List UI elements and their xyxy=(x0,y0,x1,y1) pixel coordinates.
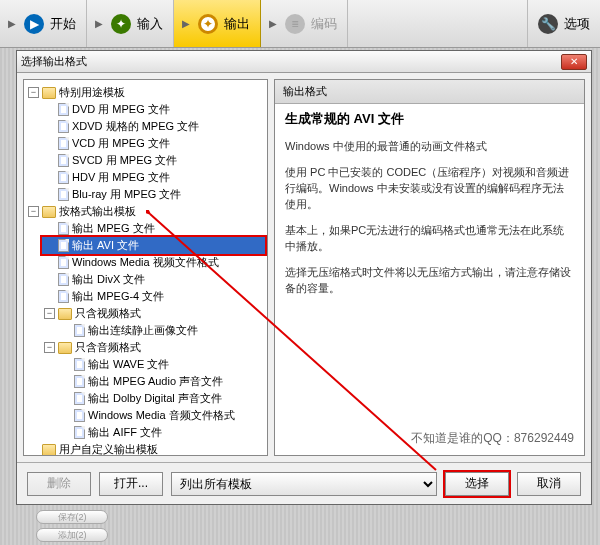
file-icon xyxy=(58,256,69,269)
tab-start-label: 开始 xyxy=(50,15,76,33)
file-icon xyxy=(74,392,85,405)
chevron-right-icon: ▶ xyxy=(182,18,190,29)
file-icon xyxy=(58,188,69,201)
tab-encode[interactable]: ▶ ≡ 编码 xyxy=(261,0,348,47)
open-button[interactable]: 打开... xyxy=(99,472,163,496)
tree-item-wmv[interactable]: Windows Media 视频文件格式 xyxy=(42,254,265,271)
output-format-dialog: 选择输出格式 ✕ −特别用途模板 DVD 用 MPEG 文件 XDVD 规格的 … xyxy=(16,50,592,505)
tree-item-vcd[interactable]: VCD 用 MPEG 文件 xyxy=(42,135,265,152)
bg-add-button: 添加(2) xyxy=(36,528,108,542)
file-icon xyxy=(58,290,69,303)
folder-icon xyxy=(58,342,72,354)
file-icon xyxy=(58,137,69,150)
folder-icon xyxy=(42,444,56,456)
input-icon: ✦ xyxy=(111,14,131,34)
tree-item-wave[interactable]: 输出 WAVE 文件 xyxy=(58,356,265,373)
tree-item-xdvd[interactable]: XDVD 规格的 MPEG 文件 xyxy=(42,118,265,135)
tree-group-byformat[interactable]: −按格式输出模板 xyxy=(26,203,265,220)
tab-encode-label: 编码 xyxy=(311,15,337,33)
tree-item-mpa[interactable]: 输出 MPEG Audio 声音文件 xyxy=(58,373,265,390)
file-icon xyxy=(58,273,69,286)
select-button[interactable]: 选择 xyxy=(445,472,509,496)
watermark-text: 不知道是谁的QQ：876292449 xyxy=(285,430,574,447)
cancel-button[interactable]: 取消 xyxy=(517,472,581,496)
dialog-titlebar: 选择输出格式 ✕ xyxy=(17,51,591,73)
file-icon xyxy=(74,324,85,337)
tree-group-audioonly[interactable]: −只含音频格式 xyxy=(42,339,265,356)
file-icon xyxy=(74,358,85,371)
tree-item-hdv[interactable]: HDV 用 MPEG 文件 xyxy=(42,169,265,186)
tree-item-still[interactable]: 输出连续静止画像文件 xyxy=(58,322,265,339)
info-line: 选择无压缩格式时文件将以无压缩方式输出，请注意存储设备的容量。 xyxy=(285,265,574,297)
tree-item-mpeg[interactable]: 输出 MPEG 文件 xyxy=(42,220,265,237)
template-tree[interactable]: −特别用途模板 DVD 用 MPEG 文件 XDVD 规格的 MPEG 文件 V… xyxy=(23,79,268,456)
folder-icon xyxy=(42,206,56,218)
tab-start[interactable]: ▶ ▶ 开始 xyxy=(0,0,87,47)
collapse-icon[interactable]: − xyxy=(28,87,39,98)
file-icon xyxy=(74,375,85,388)
delete-button[interactable]: 删除 xyxy=(27,472,91,496)
options-icon: 🔧 xyxy=(538,14,558,34)
chevron-right-icon: ▶ xyxy=(8,18,16,29)
tab-options[interactable]: 🔧 选项 xyxy=(527,0,600,47)
background-buttons: 保存(2) 添加(2) xyxy=(36,510,108,542)
dialog-title: 选择输出格式 xyxy=(21,54,561,69)
folder-icon xyxy=(58,308,72,320)
tab-options-label: 选项 xyxy=(564,15,590,33)
file-icon xyxy=(74,426,85,439)
encode-icon: ≡ xyxy=(285,14,305,34)
chevron-right-icon: ▶ xyxy=(95,18,103,29)
close-button[interactable]: ✕ xyxy=(561,54,587,70)
file-icon xyxy=(58,222,69,235)
info-panel: 输出格式 生成常规的 AVI 文件 Windows 中使用的最普通的动画文件格式… xyxy=(274,79,585,456)
tree-item-dolby[interactable]: 输出 Dolby Digital 声音文件 xyxy=(58,390,265,407)
info-title: 生成常规的 AVI 文件 xyxy=(285,110,574,128)
dialog-button-bar: 删除 打开... 列出所有模板 选择 取消 xyxy=(17,462,591,504)
bg-save-button: 保存(2) xyxy=(36,510,108,524)
tree-item-mp4[interactable]: 输出 MPEG-4 文件 xyxy=(42,288,265,305)
file-icon xyxy=(74,409,85,422)
tree-item-divx[interactable]: 输出 DivX 文件 xyxy=(42,271,265,288)
collapse-icon[interactable]: − xyxy=(44,342,55,353)
tree-item-dvd[interactable]: DVD 用 MPEG 文件 xyxy=(42,101,265,118)
folder-icon xyxy=(42,87,56,99)
tab-output[interactable]: ▶ ✦ 输出 xyxy=(174,0,261,47)
info-line: 基本上，如果PC无法进行的编码格式也通常无法在此系统中播放。 xyxy=(285,223,574,255)
file-icon xyxy=(58,239,69,252)
tree-item-aiff[interactable]: 输出 AIFF 文件 xyxy=(58,424,265,441)
collapse-icon[interactable]: − xyxy=(28,206,39,217)
filter-dropdown[interactable]: 列出所有模板 xyxy=(171,472,437,496)
tree-group-user[interactable]: 用户自定义输出模板 xyxy=(26,441,265,456)
main-toolbar: ▶ ▶ 开始 ▶ ✦ 输入 ▶ ✦ 输出 ▶ ≡ 编码 🔧 选项 xyxy=(0,0,600,48)
tab-input-label: 输入 xyxy=(137,15,163,33)
collapse-icon[interactable]: − xyxy=(44,308,55,319)
start-icon: ▶ xyxy=(24,14,44,34)
tree-group-videoonly[interactable]: −只含视频格式 xyxy=(42,305,265,322)
tree-item-bluray[interactable]: Blu-ray 用 MPEG 文件 xyxy=(42,186,265,203)
file-icon xyxy=(58,154,69,167)
tab-output-label: 输出 xyxy=(224,15,250,33)
info-line: Windows 中使用的最普通的动画文件格式 xyxy=(285,139,574,155)
tree-item-wma[interactable]: Windows Media 音频文件格式 xyxy=(58,407,265,424)
chevron-right-icon: ▶ xyxy=(269,18,277,29)
info-line: 使用 PC 中已安装的 CODEC（压缩程序）对视频和音频进行编码。Window… xyxy=(285,165,574,213)
file-icon xyxy=(58,120,69,133)
tree-item-avi[interactable]: 输出 AVI 文件 xyxy=(42,237,265,254)
info-group-title: 输出格式 xyxy=(275,80,584,104)
file-icon xyxy=(58,103,69,116)
tab-input[interactable]: ▶ ✦ 输入 xyxy=(87,0,174,47)
tree-item-svcd[interactable]: SVCD 用 MPEG 文件 xyxy=(42,152,265,169)
output-icon: ✦ xyxy=(198,14,218,34)
file-icon xyxy=(58,171,69,184)
tree-group-special[interactable]: −特别用途模板 xyxy=(26,84,265,101)
